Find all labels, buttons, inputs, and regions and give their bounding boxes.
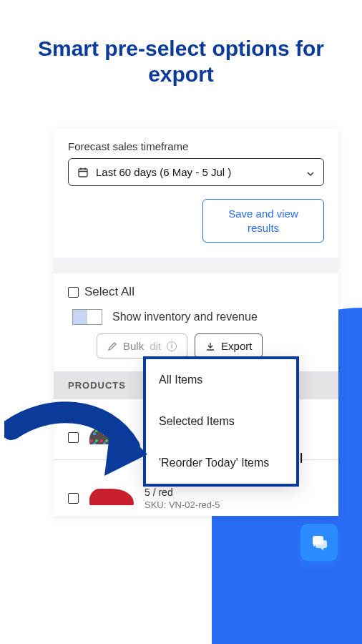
pencil-icon [107,341,117,351]
export-option-selected[interactable]: Selected Items [146,401,296,442]
bulk-edit-button[interactable]: Bulk dit i [97,333,187,358]
timeframe-select[interactable]: Last 60 days (6 May - 5 Jul ) [68,158,324,186]
forecast-label: Forecast sales timeframe [68,140,324,152]
info-icon: i [167,341,177,351]
export-label: Export [221,340,252,352]
page-headline: Smart pre-select options for export [0,0,362,87]
product-sku: SKU: VN-02-red-5 [145,499,324,510]
inventory-toggle-row: Show inventory and revenue [72,309,324,325]
export-option-reorder[interactable]: 'Reorder Today' Items [146,442,296,484]
chat-fab[interactable] [300,524,338,561]
download-icon [205,341,215,351]
chevron-down-icon [306,168,315,177]
section-divider [54,258,338,273]
product-variant: 5 / red [145,487,324,498]
inventory-label: Show inventory and revenue [112,311,258,323]
bulk-label-cut: dit [150,340,161,352]
calendar-icon [77,167,89,178]
timeframe-value: Last 60 days (6 May - 5 Jul ) [96,166,231,178]
export-button[interactable]: Export [195,333,263,358]
svg-rect-0 [79,169,87,177]
select-all-checkbox[interactable] [68,287,79,298]
bulk-label: Bulk [123,340,144,352]
select-all-row[interactable]: Select All [68,285,324,299]
select-all-label: Select All [84,285,134,299]
export-options-popup: All Items Selected Items 'Reorder Today'… [143,356,299,487]
inventory-toggle[interactable] [72,309,102,325]
export-option-all[interactable]: All Items [146,359,296,401]
truncated-separator: | [300,451,303,463]
callout-arrow [4,397,155,497]
save-view-results-button[interactable]: Save and view results [202,199,324,243]
